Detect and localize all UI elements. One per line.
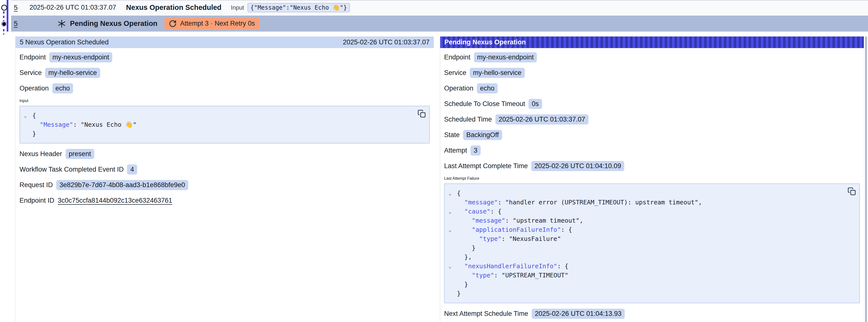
json-code-block: ⌄{⌄ "Message": "Nexus Echo 👋"⌄}: [20, 106, 430, 143]
scheduled-event-panel: 5 Nexus Operation Scheduled 2025-02-26 U…: [15, 36, 434, 322]
collapse-chevron-icon[interactable]: ⌄: [448, 207, 454, 216]
field-value-badge: my-hello-service: [470, 68, 525, 78]
event-open-marker: [1, 5, 7, 10]
pending-asterisk-icon: [57, 19, 66, 28]
selected-event-bar: [7, 0, 8, 32]
copy-button[interactable]: [417, 109, 426, 118]
copy-icon: [417, 109, 426, 118]
event-timestamp: 2025-02-26 UTC 01:03:37.07: [30, 4, 116, 11]
collapse-chevron-icon[interactable]: ⌄: [24, 111, 29, 120]
code-line: ⌄ "cause": {: [457, 207, 844, 216]
field-row: Endpoint ID3c0c75ccfa8144b092c13ce632463…: [20, 195, 430, 205]
code-line: ⌄ "applicationFailureInfo": {: [457, 225, 844, 234]
field-label: Endpoint: [20, 54, 46, 61]
field-row: Nexus Headerpresent: [20, 149, 430, 159]
code-text: "Message": "Nexus Echo 👋": [32, 121, 137, 128]
code-line: ⌄ },: [457, 253, 844, 262]
pending-event-marker: [1, 21, 7, 27]
field-label: State: [444, 131, 460, 139]
collapse-chevron-icon[interactable]: ⌄: [448, 189, 454, 198]
code-line: ⌄{: [32, 111, 413, 120]
field-value-badge: 2025-02-26 UTC 01:04:10.09: [531, 161, 624, 171]
code-text: "message": "upstream timeout",: [457, 217, 583, 224]
field-row: Endpointmy-nexus-endpoint: [444, 52, 860, 62]
retry-badge-label: Attempt 3 · Next Retry 0s: [180, 20, 255, 27]
code-line: ⌄{: [457, 189, 844, 198]
field-value-badge: my-nexus-endpoint: [474, 52, 537, 62]
code-text: "applicationFailureInfo": {: [457, 226, 572, 233]
field-row: Endpointmy-nexus-endpoint: [20, 52, 430, 62]
pending-panel-header: Pending Nexus Operation: [440, 36, 864, 48]
code-line: ⌄ }: [457, 280, 844, 289]
code-line: ⌄ "message": "upstream timeout",: [457, 216, 844, 225]
field-value-badge: 2025-02-26 UTC 01:03:37.07: [495, 115, 588, 125]
code-text: "type": "NexusFailure": [457, 235, 561, 243]
field-value-badge: BackingOff: [463, 130, 502, 140]
field-value-badge: my-nexus-endpoint: [49, 52, 113, 62]
panel-title: 5 Nexus Operation Scheduled: [20, 38, 108, 46]
field-value-badge: present: [66, 149, 94, 159]
pending-panel-fields: Endpointmy-nexus-endpointServicemy-hello…: [440, 48, 864, 319]
copy-icon: [847, 187, 856, 195]
input-inline-value: {"Message":"Nexus Echo 👋"}: [247, 3, 350, 12]
field-value-badge: 3: [470, 146, 480, 156]
scrollbar[interactable]: [865, 36, 867, 322]
code-text: "message": "handler error (UPSTREAM_TIME…: [457, 199, 702, 206]
collapse-chevron-icon[interactable]: ⌄: [448, 225, 454, 234]
code-text: "cause": {: [457, 208, 502, 215]
panel-timestamp: 2025-02-26 UTC 01:03:37.07: [343, 38, 430, 46]
event-row-pending[interactable]: 5 Pending Nexus Operation Attempt 3 · Ne…: [11, 15, 868, 32]
pending-event-title: Pending Nexus Operation: [70, 20, 158, 28]
workflow-history-view: 5 2025-02-26 UTC 01:03:37.07 Nexus Opera…: [0, 0, 868, 322]
code-line: ⌄ "type": "UPSTREAM_TIMEOUT": [457, 271, 844, 280]
field-label: Request ID: [20, 181, 53, 189]
json-code-block: ⌄{⌄ "message": "handler error (UPSTREAM_…: [444, 184, 860, 303]
code-text: }: [457, 244, 475, 252]
code-text: }: [457, 290, 461, 297]
event-id-link[interactable]: 5: [14, 4, 18, 11]
code-text: }: [457, 281, 468, 288]
collapse-chevron-icon[interactable]: ⌄: [448, 262, 454, 271]
field-row: Schedule To Close Timeout0s: [444, 99, 860, 109]
field-value-badge: 3e829b7e-7d67-4b08-aad3-b1e868bfe9e0: [56, 180, 188, 190]
field-value-badge: echo: [477, 83, 498, 93]
code-line: ⌄ "nexusHandlerFailureInfo": {: [457, 262, 844, 271]
retry-badge: Attempt 3 · Next Retry 0s: [164, 18, 259, 29]
code-line: ⌄}: [457, 289, 844, 298]
field-label: Next Attempt Schedule Time: [444, 310, 528, 318]
field-value-badge: 0s: [528, 99, 542, 109]
field-row: Next Attempt Schedule Time2025-02-26 UTC…: [444, 309, 860, 319]
field-row: Request ID3e829b7e-7d67-4b08-aad3-b1e868…: [20, 180, 430, 190]
event-row-scheduled[interactable]: 5 2025-02-26 UTC 01:03:37.07 Nexus Opera…: [11, 0, 868, 14]
field-row: Operationecho: [20, 83, 430, 93]
code-line: ⌄ "type": "NexusFailure": [457, 234, 844, 243]
pending-operation-panel: Pending Nexus Operation Endpointmy-nexus…: [440, 36, 864, 322]
endpoint-id-link[interactable]: 3c0c75ccfa8144b092c13ce632463761: [58, 197, 172, 204]
field-row: Last Attempt Complete Time2025-02-26 UTC…: [444, 161, 860, 171]
code-line: ⌄ }: [457, 243, 844, 253]
field-value-badge: 4: [127, 164, 137, 174]
field-label: Operation: [20, 85, 49, 92]
field-value-badge: echo: [52, 83, 73, 93]
field-row: Attempt3: [444, 145, 860, 156]
input-inline-label: Input: [231, 4, 244, 11]
scheduled-panel-fields: Endpointmy-nexus-endpointServicemy-hello…: [16, 48, 434, 205]
field-label: Service: [444, 69, 466, 77]
copy-button[interactable]: [847, 187, 856, 195]
code-text: },: [457, 254, 472, 261]
field-value-badge: 2025-02-26 UTC 01:04:13.93: [532, 309, 625, 319]
event-detail-panels: 5 Nexus Operation Scheduled 2025-02-26 U…: [15, 36, 864, 322]
retry-icon: [169, 20, 177, 28]
field-label: Last Attempt Failure: [444, 176, 860, 181]
code-line: ⌄ "message": "handler error (UPSTREAM_TI…: [457, 198, 844, 207]
field-label: Attempt: [444, 147, 467, 154]
code-field: Input⌄{⌄ "Message": "Nexus Echo 👋"⌄}: [20, 99, 430, 143]
event-id-link[interactable]: 5: [14, 20, 18, 28]
code-text: "nexusHandlerFailureInfo": {: [457, 263, 568, 270]
field-row: StateBackingOff: [444, 130, 860, 140]
code-line: ⌄}: [32, 129, 413, 138]
field-label: Scheduled Time: [444, 116, 492, 123]
field-label: Service: [20, 69, 42, 77]
code-text: }: [32, 130, 36, 137]
field-label: Schedule To Close Timeout: [444, 100, 525, 108]
